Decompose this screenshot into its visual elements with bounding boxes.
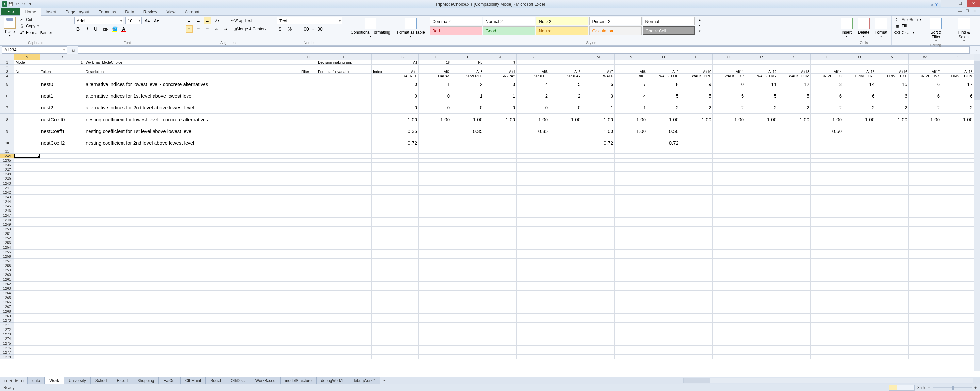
cell[interactable]	[372, 327, 386, 332]
cell[interactable]	[745, 227, 778, 231]
cell[interactable]	[909, 231, 942, 236]
cell[interactable]	[876, 295, 909, 300]
cell[interactable]	[843, 263, 876, 268]
cell[interactable]	[909, 240, 942, 245]
cell[interactable]	[648, 259, 680, 263]
cell[interactable]	[84, 190, 300, 195]
wrap-text-button[interactable]: ↩ Wrap Text	[229, 17, 254, 24]
cell[interactable]	[648, 309, 680, 313]
cell[interactable]	[300, 309, 317, 313]
cell[interactable]	[811, 167, 843, 172]
cell[interactable]	[778, 250, 811, 254]
cell[interactable]	[942, 126, 974, 137]
help-icon[interactable]: ?	[935, 2, 937, 6]
cell[interactable]	[615, 291, 648, 295]
cell[interactable]	[843, 227, 876, 231]
cell[interactable]	[549, 337, 582, 341]
cell[interactable]	[876, 250, 909, 254]
cell[interactable]	[648, 286, 680, 291]
cell[interactable]	[452, 213, 484, 218]
cell[interactable]	[40, 181, 84, 186]
cell[interactable]	[14, 337, 40, 341]
cell[interactable]	[876, 60, 909, 65]
cell[interactable]	[14, 149, 40, 154]
cell[interactable]	[300, 227, 317, 231]
row-header-1269[interactable]: 1269	[0, 313, 14, 318]
cell[interactable]	[386, 268, 419, 272]
cell[interactable]	[811, 245, 843, 250]
cell[interactable]	[14, 240, 40, 245]
cell[interactable]	[419, 163, 452, 167]
cell[interactable]	[300, 222, 317, 227]
row-header-1277[interactable]: 1277	[0, 350, 14, 355]
cell[interactable]	[14, 137, 40, 149]
cell[interactable]: WorkTrip_ModeChoice	[84, 60, 300, 65]
cell[interactable]	[582, 268, 615, 272]
cell[interactable]	[372, 78, 386, 90]
cell[interactable]	[615, 236, 648, 240]
cell[interactable]	[648, 181, 680, 186]
cell[interactable]	[549, 204, 582, 208]
cell[interactable]	[419, 176, 452, 181]
cell[interactable]	[452, 263, 484, 268]
cell[interactable]	[549, 250, 582, 254]
cell[interactable]: WALK	[582, 74, 615, 78]
cell[interactable]	[14, 323, 40, 327]
col-header-C[interactable]: C	[84, 54, 300, 60]
cell[interactable]	[811, 341, 843, 346]
cell[interactable]	[419, 281, 452, 286]
cell[interactable]	[811, 268, 843, 272]
cell[interactable]	[14, 236, 40, 240]
cell[interactable]: 6	[843, 90, 876, 102]
cell[interactable]	[300, 245, 317, 250]
cell[interactable]	[680, 60, 713, 65]
cell[interactable]: 1.00	[419, 114, 452, 126]
cell[interactable]	[84, 254, 300, 259]
cell[interactable]	[745, 163, 778, 167]
cell[interactable]	[419, 137, 452, 149]
cell[interactable]	[372, 126, 386, 137]
cell[interactable]: 18	[419, 60, 452, 65]
cell[interactable]	[14, 190, 40, 195]
cell[interactable]	[909, 245, 942, 250]
cell[interactable]	[778, 313, 811, 318]
cell[interactable]	[909, 286, 942, 291]
align-center[interactable]: ≡	[195, 25, 202, 33]
cell[interactable]: Model	[14, 60, 40, 65]
cell[interactable]	[876, 327, 909, 332]
cell[interactable]	[615, 272, 648, 277]
cell[interactable]	[648, 313, 680, 318]
cell[interactable]	[843, 65, 876, 69]
cell[interactable]	[680, 304, 713, 309]
cell[interactable]	[419, 313, 452, 318]
cell[interactable]: 1.00	[876, 114, 909, 126]
cell[interactable]	[517, 346, 549, 350]
cell[interactable]	[14, 332, 40, 337]
cell[interactable]	[300, 281, 317, 286]
cell[interactable]	[452, 190, 484, 195]
cell[interactable]	[317, 102, 372, 114]
cell[interactable]	[372, 272, 386, 277]
cell[interactable]	[876, 163, 909, 167]
col-header-V[interactable]: V	[876, 54, 909, 60]
cell[interactable]: 0	[419, 102, 452, 114]
cell[interactable]: 2	[876, 102, 909, 114]
cell[interactable]	[745, 286, 778, 291]
row-headers[interactable]: 1234567891011123412351236123712381239124…	[0, 60, 14, 359]
cell[interactable]	[876, 313, 909, 318]
cell[interactable]	[419, 250, 452, 254]
cell[interactable]: WALK_EXP	[713, 74, 745, 78]
cell[interactable]	[14, 78, 40, 90]
cell[interactable]	[84, 74, 300, 78]
cell[interactable]	[40, 222, 84, 227]
cell[interactable]	[811, 254, 843, 259]
cell[interactable]	[40, 167, 84, 172]
format-cells-button[interactable]: Format▾	[873, 17, 889, 38]
cell[interactable]	[386, 332, 419, 337]
cell[interactable]	[942, 65, 974, 69]
cell[interactable]	[317, 346, 372, 350]
cell[interactable]	[648, 65, 680, 69]
cell[interactable]	[876, 281, 909, 286]
cell[interactable]	[84, 236, 300, 240]
cell[interactable]: 0.50	[648, 126, 680, 137]
